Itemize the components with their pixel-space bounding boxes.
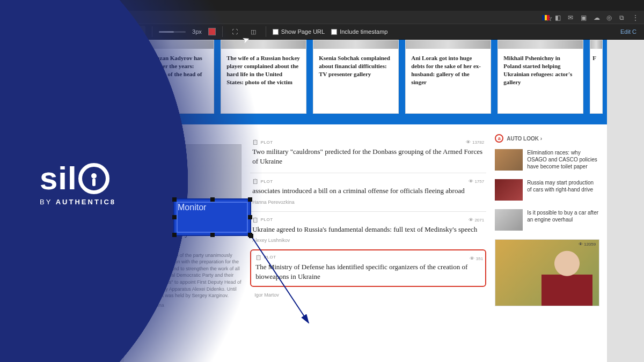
sidebar-heading[interactable]: a AUTO LOOK ›	[495, 134, 599, 143]
show-url-checkbox[interactable]: Show Page URL	[273, 28, 325, 35]
sidebar-item[interactable]: Elimination races: why OSAGO and CASCO p…	[495, 149, 599, 171]
annotation-label: Monitor	[178, 203, 206, 212]
card-thumb	[129, 40, 214, 49]
annotation-box[interactable]: Monitor	[173, 198, 251, 236]
autolook-icon: a	[495, 134, 503, 143]
close-icon[interactable]: ×	[79, 3, 83, 9]
stroke-size-label: 3px	[192, 28, 202, 35]
views-count: 13782	[466, 139, 484, 145]
resize-handle[interactable]	[172, 215, 177, 219]
checkbox-icon	[331, 29, 337, 35]
resize-handle[interactable]	[172, 233, 177, 237]
lock-icon	[78, 163, 109, 194]
story-card[interactable]: Ksenia Sobchak complained about financia…	[313, 40, 399, 114]
close-icon[interactable]: ×	[23, 3, 26, 9]
card-title: Mikhail Pshenichny in Poland started hel…	[498, 49, 583, 113]
sidebar-feature[interactable]: 12059	[495, 239, 599, 306]
lead-author: Maria Sorokina	[131, 302, 241, 308]
viewport-margin-left	[0, 40, 41, 362]
include-timestamp-label: Include timestamp	[340, 28, 387, 35]
card-title: F	[590, 49, 602, 113]
article-tag: PLOT	[255, 255, 481, 260]
flag-icon[interactable]	[542, 15, 550, 20]
silo-logo: sil BY AUTHENTIC8	[40, 160, 116, 206]
extension-icon[interactable]: ◎	[606, 14, 614, 21]
color-swatch[interactable]	[208, 28, 216, 35]
sidebar-item[interactable]: Russia may start production of cars with…	[495, 179, 599, 201]
sidebar-item[interactable]: Is it possible to buy a car after an eng…	[495, 209, 599, 231]
show-url-label: Show Page URL	[281, 28, 325, 35]
article-headline: The Ministry of Defense has identified s…	[255, 262, 481, 282]
viewport-margin-right	[607, 40, 644, 362]
chrome-extension-icons: ◧ ✉ ▣ ☁ ◎ ⧉ ⋮	[542, 14, 640, 21]
article-headline: Ukraine agreed to Russia's fundamental d…	[252, 225, 484, 234]
resize-handle[interactable]	[172, 197, 177, 202]
resize-handle[interactable]	[210, 233, 215, 237]
resize-handle[interactable]	[248, 197, 252, 202]
sidebar-item-text: Is it possible to buy a car after an eng…	[527, 209, 599, 231]
article-item[interactable]: PLOT 2071 Ukraine agreed to Russia's fun…	[250, 211, 486, 249]
story-card[interactable]: F	[590, 40, 603, 114]
edit-button[interactable]: Edit C	[620, 28, 639, 35]
resize-handle[interactable]	[248, 215, 252, 219]
extension-icon[interactable]: ▣	[581, 14, 588, 21]
divider	[222, 26, 223, 37]
top-cards-row: How Ramzan Kadyrov has changed over the …	[124, 40, 607, 124]
checkbox-icon	[273, 29, 279, 35]
browser-tab[interactable]: (tab) ×	[3, 2, 31, 10]
story-card[interactable]: How Ramzan Kadyrov has changed over the …	[128, 40, 214, 114]
undo-button[interactable]: ↶	[5, 26, 17, 38]
card-thumb	[590, 40, 602, 49]
tab-title: Silo Screenshot	[39, 3, 76, 9]
redo-button[interactable]: ↷	[24, 26, 35, 38]
views-count: 12059	[579, 242, 596, 247]
new-tab-button[interactable]: +	[90, 0, 101, 11]
card-title: Ani Lorak got into huge debts for the sa…	[406, 49, 491, 113]
reset-button[interactable]: Reset	[42, 26, 60, 38]
sidebar-heading-label: AUTO LOOK ›	[507, 136, 542, 142]
views-count: 351	[470, 256, 483, 261]
resize-handle[interactable]	[248, 233, 252, 237]
article-tag: PLOT	[252, 179, 484, 184]
article-tag: PLOT	[252, 139, 484, 145]
stroke-slider[interactable]	[159, 31, 186, 33]
extension-icon[interactable]: ⧉	[619, 14, 627, 21]
card-thumb	[313, 40, 398, 49]
story-card[interactable]: The wife of a Russian hockey player comp…	[221, 40, 306, 114]
views-count: 1757	[469, 179, 484, 184]
tab-title: (tab)	[9, 3, 20, 9]
story-card[interactable]: Mikhail Pshenichny in Poland started hel…	[497, 40, 583, 114]
tab-strip: (tab) × Silo Screenshot × +	[0, 0, 644, 11]
article-item-highlighted[interactable]: PLOT 351 The Ministry of Defense has ide…	[250, 249, 486, 287]
sidebar-item-text: Russia may start production of cars with…	[527, 179, 599, 201]
article-item[interactable]: PLOT 13782 Two military "cauldrons" pred…	[250, 134, 486, 173]
story-card[interactable]: Ani Lorak got into huge debts for the sa…	[405, 40, 491, 114]
sidebar-item-text: Elimination races: why OSAGO and CASCO p…	[527, 149, 599, 171]
autolook-sidebar: a AUTO LOOK › Elimination races: why OSA…	[495, 134, 599, 308]
card-thumb	[221, 40, 306, 49]
fit-icon[interactable]: ⛶	[229, 26, 241, 38]
tool-selector[interactable]: ⬚Draw a note and arrow ▾	[74, 26, 145, 38]
card-thumb	[498, 40, 583, 49]
articles-column: PLOT 13782 Two military "cauldrons" pred…	[250, 134, 486, 308]
card-title: The wife of a Russian hockey player comp…	[221, 49, 306, 113]
include-timestamp-checkbox[interactable]: Include timestamp	[331, 28, 387, 35]
section-label[interactable]: POLITICS ›	[131, 134, 241, 140]
divider	[67, 26, 67, 37]
extension-icon[interactable]: ◧	[555, 14, 562, 21]
article-item[interactable]: PLOT 1757 associates introduced a bill o…	[250, 173, 486, 211]
resize-handle[interactable]	[210, 197, 215, 202]
sidebar-thumb	[495, 179, 523, 201]
divider	[152, 26, 152, 37]
card-title: Ksenia Sobchak complained about financia…	[313, 49, 398, 113]
article-headline: Two military "cauldrons" predicted for t…	[252, 147, 484, 166]
card-title: How Ramzan Kadyrov has changed over the …	[129, 49, 214, 113]
menu-icon[interactable]: ⋮	[632, 14, 640, 21]
extension-icon[interactable]: ☁	[594, 14, 601, 21]
browser-tab[interactable]: Silo Screenshot ×	[33, 2, 88, 10]
extension-icon[interactable]: ✉	[568, 14, 575, 21]
article-author: Hanna Perevozkina	[252, 200, 484, 205]
crop-icon[interactable]: ◫	[247, 26, 259, 38]
lead-excerpt: The Supreme Council of the party unanimo…	[131, 252, 241, 299]
views-count: 2071	[469, 217, 484, 223]
